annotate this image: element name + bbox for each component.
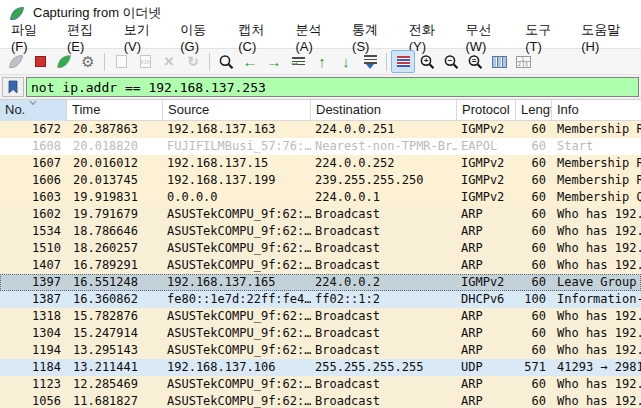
cell-no[interactable]: 1387 (0, 291, 67, 308)
cell-time[interactable]: 18.786646 (67, 223, 163, 240)
cell-destination[interactable]: Broadcast (311, 325, 457, 342)
cell-no[interactable]: 1608 (0, 138, 67, 155)
cell-length[interactable]: 60 (516, 274, 552, 291)
go-to-bottom-icon[interactable]: ↓ (334, 50, 358, 73)
cell-length[interactable]: 60 (516, 342, 552, 359)
cell-destination[interactable]: 224.0.0.251 (311, 121, 457, 138)
cell-no[interactable]: 1056 (0, 393, 67, 408)
cell-info[interactable]: Membership R (552, 155, 641, 172)
cell-destination[interactable]: Broadcast (311, 393, 457, 408)
cell-source[interactable]: ASUSTekCOMPU_9f:62:… (163, 325, 311, 342)
cell-length[interactable]: 100 (516, 291, 552, 308)
column-header-source[interactable]: Source (163, 100, 311, 121)
zoom-reset-icon[interactable]: = (463, 50, 487, 73)
cell-protocol[interactable]: DHCPv6 (457, 291, 516, 308)
packet-row-1606[interactable]: 160620.013745192.168.137.199239.255.255.… (0, 172, 641, 189)
cell-destination[interactable]: 239.255.255.250 (311, 172, 457, 189)
cell-time[interactable]: 15.247914 (67, 325, 163, 342)
cell-no[interactable]: 1123 (0, 376, 67, 393)
cell-source[interactable]: ASUSTekCOMPU_9f:62:… (163, 223, 311, 240)
cell-protocol[interactable]: UDP (457, 359, 516, 376)
cell-protocol[interactable]: ARP (457, 240, 516, 257)
packet-row-1318[interactable]: 131815.782876ASUSTekCOMPU_9f:62:…Broadca… (0, 308, 641, 325)
zoom-out-icon[interactable]: − (439, 50, 463, 73)
column-header-length[interactable]: Lengt (516, 100, 552, 121)
close-file-icon[interactable]: ✕ (157, 50, 181, 73)
cell-length[interactable]: 60 (516, 308, 552, 325)
cell-no[interactable]: 1672 (0, 121, 67, 138)
cell-length[interactable]: 60 (516, 138, 552, 155)
cell-source[interactable]: 192.168.137.199 (163, 172, 311, 189)
cell-info[interactable]: Leave Group (552, 274, 641, 291)
colorize-icon[interactable] (391, 50, 415, 73)
auto-scroll-icon[interactable] (358, 50, 382, 73)
go-forward-icon[interactable]: → (262, 50, 286, 73)
cell-no[interactable]: 1304 (0, 325, 67, 342)
column-header-time[interactable]: Time (67, 100, 163, 121)
packet-row-1510[interactable]: 151018.260257ASUSTekCOMPU_9f:62:…Broadca… (0, 240, 641, 257)
cell-source[interactable]: 192.168.137.163 (163, 121, 311, 138)
go-to-top-icon[interactable]: ↑ (310, 50, 334, 73)
packet-row-1304[interactable]: 130415.247914ASUSTekCOMPU_9f:62:…Broadca… (0, 325, 641, 342)
cell-info[interactable]: Membership R (552, 172, 641, 189)
cell-source[interactable]: ASUSTekCOMPU_9f:62:… (163, 257, 311, 274)
cell-destination[interactable]: Broadcast (311, 342, 457, 359)
cell-no[interactable]: 1407 (0, 257, 67, 274)
cell-protocol[interactable]: ARP (457, 325, 516, 342)
cell-length[interactable]: 571 (516, 359, 552, 376)
cell-no[interactable]: 1606 (0, 172, 67, 189)
cell-info[interactable]: Who has 192. (552, 308, 641, 325)
cell-time[interactable]: 13.211441 (67, 359, 163, 376)
cell-length[interactable]: 60 (516, 155, 552, 172)
cell-source[interactable]: 192.168.137.15 (163, 155, 311, 172)
packet-row-1607[interactable]: 160720.016012192.168.137.15224.0.0.252IG… (0, 155, 641, 172)
cell-protocol[interactable]: ARP (457, 223, 516, 240)
cell-destination[interactable]: Broadcast (311, 376, 457, 393)
capture-options-icon[interactable]: ⚙ (76, 50, 100, 73)
cell-time[interactable]: 19.791679 (67, 206, 163, 223)
cell-protocol[interactable]: ARP (457, 308, 516, 325)
cell-destination[interactable]: Broadcast (311, 223, 457, 240)
cell-no[interactable]: 1602 (0, 206, 67, 223)
cell-destination[interactable]: Nearest-non-TPMR-Br… (311, 138, 457, 155)
cell-info[interactable]: Who has 192. (552, 325, 641, 342)
packet-row-1184[interactable]: 118413.211441192.168.137.106255.255.255.… (0, 359, 641, 376)
packet-row-1056[interactable]: 105611.681827ASUSTekCOMPU_9f:62:…Broadca… (0, 393, 641, 408)
cell-source[interactable]: FUJIFILMBusi_57:76:… (163, 138, 311, 155)
reload-icon[interactable]: ↻ (181, 50, 205, 73)
open-file-icon[interactable] (109, 50, 133, 73)
cell-time[interactable]: 15.782876 (67, 308, 163, 325)
packet-row-1608[interactable]: 160820.018820FUJIFILMBusi_57:76:…Nearest… (0, 138, 641, 155)
cell-time[interactable]: 16.551248 (67, 274, 163, 291)
cell-info[interactable]: Membership Q (552, 189, 641, 206)
cell-protocol[interactable]: ARP (457, 393, 516, 408)
layout-icon[interactable]: 123 (511, 50, 535, 73)
column-header-destination[interactable]: Destination (311, 100, 457, 121)
cell-destination[interactable]: Broadcast (311, 240, 457, 257)
stop-capture-icon[interactable] (28, 50, 52, 73)
start-capture-icon[interactable] (4, 50, 28, 73)
restart-capture-icon[interactable] (52, 50, 76, 73)
cell-destination[interactable]: Broadcast (311, 257, 457, 274)
cell-protocol[interactable]: ARP (457, 257, 516, 274)
cell-info[interactable]: Information- (552, 291, 641, 308)
cell-protocol[interactable]: ARP (457, 342, 516, 359)
cell-source[interactable]: fe80::1e7d:22ff:fe4… (163, 291, 311, 308)
cell-info[interactable]: Who has 192. (552, 342, 641, 359)
cell-time[interactable]: 20.018820 (67, 138, 163, 155)
cell-source[interactable]: 0.0.0.0 (163, 189, 311, 206)
cell-no[interactable]: 1607 (0, 155, 67, 172)
cell-info[interactable]: Who has 192. (552, 257, 641, 274)
cell-length[interactable]: 60 (516, 172, 552, 189)
packet-row-1602[interactable]: 160219.791679ASUSTekCOMPU_9f:62:…Broadca… (0, 206, 641, 223)
cell-length[interactable]: 60 (516, 325, 552, 342)
cell-protocol[interactable]: IGMPv2 (457, 121, 516, 138)
cell-destination[interactable]: ff02::1:2 (311, 291, 457, 308)
cell-source[interactable]: ASUSTekCOMPU_9f:62:… (163, 308, 311, 325)
go-back-icon[interactable]: ← (238, 50, 262, 73)
display-filter-input[interactable] (26, 77, 639, 97)
packet-row-1397[interactable]: 139716.551248192.168.137.165224.0.0.2IGM… (0, 274, 641, 291)
cell-source[interactable]: ASUSTekCOMPU_9f:62:… (163, 376, 311, 393)
filter-bookmark-button[interactable] (2, 77, 24, 97)
cell-destination[interactable]: Broadcast (311, 308, 457, 325)
